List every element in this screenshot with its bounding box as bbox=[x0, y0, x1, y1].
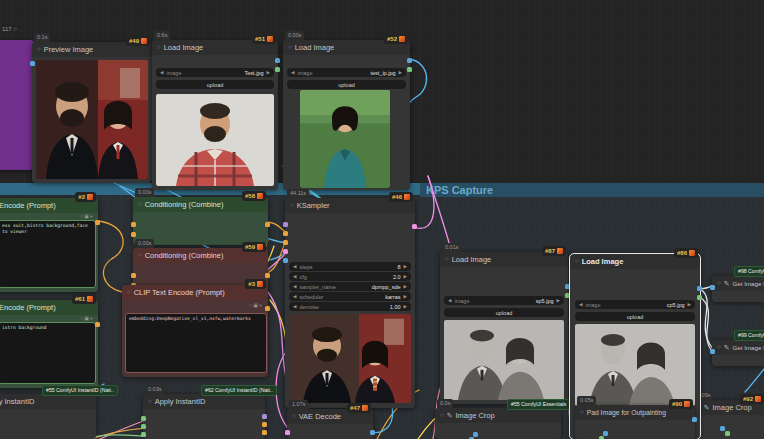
node-apply-instantid-55[interactable]: #55 ComfyUI InstantID (Nati.. ○Apply Ins… bbox=[0, 394, 96, 439]
node-load-image-51[interactable]: 0.6s #51 ○Load Image ◀ image Test.jpg ▶ … bbox=[152, 40, 278, 190]
input-slot-model[interactable] bbox=[283, 222, 288, 227]
node-pad-image-outpainting[interactable]: 0.05s #90 ○Pad Image for Outpainting bbox=[575, 405, 695, 439]
output-slot-image[interactable] bbox=[407, 58, 412, 63]
output-slot-conditioning[interactable] bbox=[95, 322, 100, 327]
node-titlebar[interactable]: ○✎Get Image Size bbox=[712, 276, 764, 291]
output-slot-positive[interactable] bbox=[262, 422, 267, 427]
input-slot-image[interactable] bbox=[720, 426, 725, 431]
purple-node[interactable] bbox=[0, 40, 34, 170]
node-conditioning-combine-58[interactable]: 0.00s #58 ○Conditioning (Combine) bbox=[133, 197, 268, 245]
output-slot-conditioning[interactable] bbox=[265, 222, 270, 227]
image-combo[interactable]: ◀ image Test.jpg ▶ bbox=[156, 68, 274, 77]
node-load-image-52[interactable]: 0.00s #52 ○Load Image ◀ image test_ip.jp… bbox=[283, 40, 410, 190]
combo-right-arrow[interactable]: ▶ bbox=[404, 294, 407, 299]
node-get-image-size-98[interactable]: #98 ComfyUI ○✎Get Image Size bbox=[712, 276, 764, 302]
node-clip-encode-negative[interactable]: #3 ○CLIP Text Encode (Prompt) ○▣+ embedd… bbox=[122, 285, 268, 377]
combo-left-arrow[interactable]: ◀ bbox=[293, 264, 296, 269]
output-slot-conditioning[interactable] bbox=[265, 273, 270, 278]
input-slot-conditioning-2[interactable] bbox=[131, 232, 136, 237]
widget-icons[interactable]: ○▣+ bbox=[80, 315, 94, 321]
group-kps-header[interactable]: KPS Capture bbox=[420, 183, 764, 197]
input-slot-image[interactable] bbox=[473, 432, 478, 437]
combo-left-arrow[interactable]: ◀ bbox=[293, 284, 296, 289]
node-titlebar[interactable]: ○✎Get Image Size bbox=[712, 340, 764, 355]
collapse-icon[interactable]: ○ bbox=[288, 40, 292, 55]
input-slot-latent-image[interactable] bbox=[283, 249, 288, 254]
input-slot-1[interactable] bbox=[141, 416, 146, 421]
collapse-icon[interactable]: ○ bbox=[290, 198, 294, 213]
prompt-textarea[interactable]: istro background bbox=[0, 322, 96, 384]
output-slot-conditioning[interactable] bbox=[95, 220, 100, 225]
collapse-icon[interactable]: ○ bbox=[37, 42, 41, 57]
collapse-icon[interactable]: ○ bbox=[157, 40, 161, 55]
combo-right-arrow[interactable]: ▶ bbox=[404, 274, 407, 279]
node-apply-instantid-62[interactable]: 0.03s #62 ComfyUI InstantID (Nati.. ○App… bbox=[143, 394, 265, 439]
output-slot-conditioning[interactable] bbox=[265, 306, 270, 311]
widget-sampler-name[interactable]: ◀ sampler_name dpmpp_sde ▶ bbox=[289, 282, 411, 291]
node-image-crop-92[interactable]: 0.09s #92 ○✎Image Crop bbox=[692, 400, 764, 439]
combo-left-arrow[interactable]: ◀ bbox=[579, 302, 582, 307]
combo-right-arrow[interactable]: ▶ bbox=[404, 284, 407, 289]
output-slot-mask[interactable] bbox=[407, 67, 412, 72]
node-clip-encode-positive[interactable]: #2 Encode (Prompt) ○▣+ ess suit,bistro b… bbox=[0, 198, 98, 292]
combo-right-arrow[interactable]: ▶ bbox=[404, 304, 407, 309]
input-slot-conditioning-1[interactable] bbox=[131, 273, 136, 278]
node-get-image-size-99[interactable]: #99 ComfyUI ○✎Get Image Size bbox=[712, 340, 764, 366]
node-ksampler[interactable]: 44.11s #46 ○KSampler ◀ steps 8 ▶ ◀ cfg 2… bbox=[285, 198, 415, 408]
node-clip-encode-positive-2[interactable]: #61 Encode (Prompt) ○▣+ istro background bbox=[0, 300, 98, 388]
output-slot-image[interactable] bbox=[692, 417, 697, 422]
collapse-icon[interactable]: ○ bbox=[292, 409, 296, 424]
prompt-textarea[interactable]: ess suit,bistro background,face to viewe… bbox=[0, 220, 96, 288]
input-slot-extra[interactable] bbox=[283, 258, 288, 263]
collapse-icon[interactable]: ○ bbox=[127, 285, 131, 300]
comfyui-canvas[interactable]: KPS Capture bbox=[0, 0, 764, 439]
combo-right-arrow[interactable]: ▶ bbox=[404, 264, 407, 269]
combo-left-arrow[interactable]: ◀ bbox=[293, 294, 296, 299]
input-slot-3[interactable] bbox=[141, 432, 146, 437]
input-slot-negative[interactable] bbox=[283, 240, 288, 245]
input-slot-positive[interactable] bbox=[283, 231, 288, 236]
upload-button[interactable]: upload bbox=[575, 312, 695, 321]
output-slot-image[interactable] bbox=[697, 286, 702, 291]
widget-cfg[interactable]: ◀ cfg 2.0 ▶ bbox=[289, 272, 411, 281]
collapse-icon[interactable]: ○ bbox=[445, 252, 449, 267]
collapse-icon[interactable]: ○ bbox=[148, 394, 152, 409]
combo-left-arrow[interactable]: ◀ bbox=[293, 304, 296, 309]
collapse-icon[interactable]: ○ bbox=[580, 405, 584, 420]
output-slot-image[interactable] bbox=[275, 58, 280, 63]
node-vae-decode[interactable]: 1.07s #47 ○VAE Decode bbox=[287, 409, 373, 439]
upload-button[interactable]: upload bbox=[444, 308, 564, 317]
combo-left-arrow[interactable]: ◀ bbox=[291, 70, 294, 75]
collapse-icon[interactable]: ○ bbox=[440, 408, 444, 423]
combo-right-arrow[interactable]: ▶ bbox=[399, 70, 402, 75]
upload-button[interactable]: upload bbox=[156, 80, 274, 89]
collapse-icon[interactable]: ○ bbox=[575, 254, 579, 269]
collapse-icon[interactable]: ○ bbox=[138, 248, 142, 263]
input-slot-2[interactable] bbox=[725, 431, 730, 436]
combo-right-arrow[interactable]: ▶ bbox=[557, 298, 560, 303]
widget-icons[interactable]: ○▣+ bbox=[80, 213, 94, 219]
output-slot-model[interactable] bbox=[262, 414, 267, 419]
input-slot-image[interactable] bbox=[603, 431, 608, 436]
combo-left-arrow[interactable]: ◀ bbox=[160, 70, 163, 75]
combo-right-arrow[interactable]: ▶ bbox=[267, 70, 270, 75]
output-slot-mask[interactable] bbox=[275, 67, 280, 72]
widget-steps[interactable]: ◀ steps 8 ▶ bbox=[289, 262, 411, 271]
prompt-textarea[interactable]: embedding:DeepNegative_xl_v1,nsfw,waterm… bbox=[125, 313, 267, 373]
node-load-image-87[interactable]: 0.01s #87 ○Load Image ◀ image sp5.jpg ▶ … bbox=[440, 252, 568, 404]
image-combo[interactable]: ◀ image cp5.jpg ▶ bbox=[575, 300, 695, 309]
node-preview-image[interactable]: 0.1s #49 ○Preview Image bbox=[32, 42, 152, 183]
combo-right-arrow[interactable]: ▶ bbox=[688, 302, 691, 307]
image-combo[interactable]: ◀ image sp5.jpg ▶ bbox=[444, 296, 564, 305]
output-slot-image[interactable] bbox=[370, 430, 375, 435]
input-slot-samples[interactable] bbox=[285, 430, 290, 435]
node-titlebar[interactable]: ○✎Image Crop bbox=[435, 408, 561, 423]
node-titlebar[interactable]: ○Apply InstantID bbox=[0, 394, 96, 409]
input-slot-image[interactable] bbox=[710, 349, 715, 354]
combo-left-arrow[interactable]: ◀ bbox=[448, 298, 451, 303]
output-slot-mask[interactable] bbox=[697, 295, 702, 300]
input-slot-images[interactable] bbox=[30, 61, 35, 66]
widget-icons[interactable]: ○▣+ bbox=[249, 302, 263, 308]
widget-denoise[interactable]: ◀ denoise 1.00 ▶ bbox=[289, 302, 411, 311]
combo-left-arrow[interactable]: ◀ bbox=[293, 274, 296, 279]
